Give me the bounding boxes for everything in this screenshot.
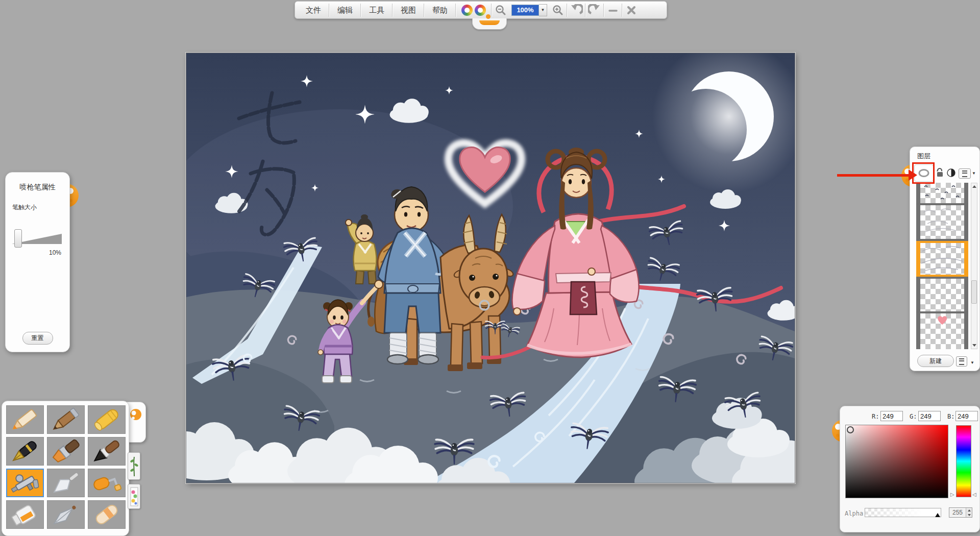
wood-pencil-icon — [48, 406, 84, 433]
zoom-in-button[interactable] — [549, 3, 567, 18]
red-field[interactable] — [880, 411, 903, 421]
logo-clown-eyes — [456, 5, 491, 16]
minimize-button[interactable] — [604, 3, 622, 18]
color-selector-ring[interactable] — [847, 426, 854, 433]
picture-stamp-button[interactable] — [128, 484, 140, 509]
brush-size-label: 笔触大小 — [12, 203, 69, 212]
zoom-level-input[interactable]: 100% — [511, 5, 539, 16]
tool-paint-roller[interactable] — [88, 469, 126, 497]
fountain-pen-icon — [7, 438, 43, 465]
crayon-icon — [89, 406, 125, 433]
tool-airbrush[interactable] — [6, 469, 44, 497]
logo-smile-icon — [479, 20, 500, 25]
handle-dot — [836, 434, 839, 437]
brush-size-slider[interactable] — [12, 233, 62, 244]
tool-palette-knife[interactable] — [47, 469, 85, 497]
redo-button[interactable] — [586, 3, 603, 18]
hue-marker-left-icon[interactable]: ▷ — [950, 492, 954, 497]
undo-icon — [570, 4, 583, 16]
tool-eraser[interactable] — [88, 500, 126, 529]
hue-marker-right-icon[interactable]: ◁ — [972, 492, 976, 497]
tool-paint-bottle[interactable] — [6, 500, 44, 529]
paint-roller-icon — [89, 470, 125, 496]
logo-mouth-tab — [472, 18, 507, 30]
green-label: G: — [910, 413, 917, 420]
menu-edit[interactable]: 编辑 — [330, 2, 360, 18]
green-field[interactable] — [918, 411, 941, 421]
tool-flat-brush[interactable] — [47, 437, 85, 466]
tool-metal-nib[interactable] — [47, 500, 85, 529]
logo-nose-icon — [486, 14, 491, 19]
layer-row-empty[interactable] — [916, 279, 968, 311]
colored-pencil-icon — [7, 406, 43, 433]
logo-eye-icon — [461, 5, 473, 16]
saturation-value-picker[interactable] — [845, 425, 948, 498]
scroll-down-button[interactable] — [971, 342, 977, 349]
menu-lines-icon — [959, 358, 964, 365]
blue-label: B: — [947, 413, 954, 420]
alpha-slider[interactable] — [865, 508, 941, 517]
undo-button[interactable] — [568, 3, 585, 18]
layer-row-selected[interactable] — [916, 241, 968, 277]
layer-row-faint-sketch[interactable] — [916, 205, 968, 239]
heart-mark — [938, 316, 947, 325]
canvas-artwork — [186, 53, 795, 483]
blue-field[interactable] — [955, 411, 978, 421]
color-picker-panel: R: G: B: ▷ ◁ Alpha 255 — [840, 406, 980, 532]
layer-options-dropdown[interactable]: ▼ — [972, 171, 976, 176]
unlock-button[interactable] — [936, 167, 944, 178]
brush-size-value: 10% — [49, 249, 61, 256]
layer-row-birds[interactable] — [916, 183, 968, 203]
layer-thumbnail — [920, 205, 964, 239]
logo-eye-icon — [475, 5, 486, 16]
annotation-arrow-line — [837, 174, 911, 177]
layer-list-menu-button[interactable] — [956, 356, 967, 367]
ink-brush-icon — [89, 438, 125, 465]
menu-tools[interactable]: 工具 — [361, 2, 392, 18]
tool-crayon[interactable] — [88, 405, 126, 434]
annotation-highlight-rect — [912, 162, 935, 184]
menu-lines-icon — [962, 170, 967, 177]
new-layer-button[interactable]: 新建 — [917, 355, 954, 367]
toolbar: 文件 编辑 工具 视图 帮助 100% ▼ — [295, 1, 667, 19]
metal-nib-icon — [48, 501, 84, 528]
scroll-up-button[interactable] — [971, 183, 977, 190]
paint-bottle-icon — [7, 501, 43, 528]
red-label: R: — [872, 413, 879, 420]
hue-bar[interactable] — [956, 425, 971, 497]
layer-list-menu-dropdown[interactable]: ▼ — [970, 360, 974, 365]
close-icon — [626, 5, 636, 15]
scroll-thumb[interactable] — [971, 280, 977, 304]
palette-handle-icon — [130, 407, 142, 424]
tool-ink-brush[interactable] — [88, 437, 126, 466]
tool-palette — [2, 401, 129, 536]
close-button[interactable] — [623, 3, 640, 18]
plant-stamp-icon — [130, 455, 138, 477]
alpha-marker-icon[interactable] — [935, 513, 940, 517]
zoom-dropdown-button[interactable]: ▼ — [539, 4, 547, 16]
unlock-icon — [936, 167, 944, 178]
alpha-value[interactable]: 255 — [949, 508, 966, 517]
joined-hands — [375, 280, 383, 288]
redo-icon — [588, 4, 601, 16]
plant-stamp-button[interactable] — [128, 452, 140, 480]
tool-wood-pencil[interactable] — [47, 405, 85, 434]
alpha-spinner: 255 — [949, 507, 972, 518]
layer-list — [916, 183, 968, 349]
menu-help[interactable]: 帮助 — [425, 2, 455, 18]
slider-thumb[interactable] — [14, 229, 22, 248]
contrast-icon — [947, 168, 955, 177]
menu-view[interactable]: 视图 — [393, 2, 424, 18]
alpha-increment-button[interactable] — [966, 508, 972, 513]
tool-colored-pencil[interactable] — [6, 405, 44, 434]
contrast-button[interactable] — [947, 168, 955, 177]
layer-scrollbar[interactable] — [971, 183, 977, 349]
drawing-canvas[interactable] — [186, 53, 795, 483]
reset-button[interactable]: 重置 — [22, 332, 53, 345]
menu-file[interactable]: 文件 — [298, 2, 329, 18]
zoom-out-button[interactable] — [492, 3, 509, 18]
layer-options-button[interactable] — [959, 168, 971, 179]
layer-row-heart[interactable] — [916, 313, 968, 349]
alpha-decrement-button[interactable] — [966, 513, 972, 517]
tool-fountain-pen[interactable] — [6, 437, 44, 466]
